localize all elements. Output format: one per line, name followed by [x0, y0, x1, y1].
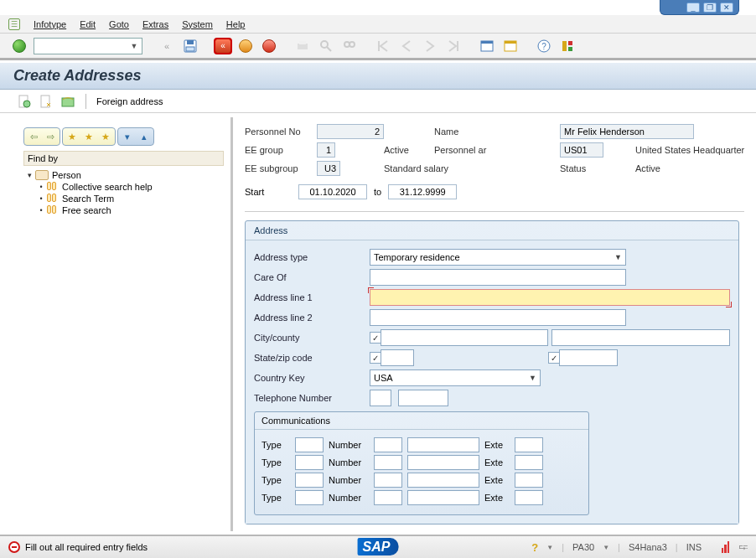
- comm-ext-input[interactable]: [515, 490, 543, 505]
- foreign-address-button[interactable]: Foreign address: [96, 96, 163, 106]
- cancel-button[interactable]: [260, 38, 278, 54]
- comm-row: TypeNumberExte: [261, 437, 582, 452]
- find-button[interactable]: [317, 38, 335, 54]
- separator: [245, 211, 744, 212]
- expand-all-button[interactable]: ▾: [120, 130, 135, 143]
- city-checkbox[interactable]: ✓: [370, 332, 381, 344]
- window-controls: _ ❐ ✕: [660, 0, 739, 15]
- comm-type-input[interactable]: [295, 473, 324, 488]
- county-input[interactable]: [551, 329, 730, 346]
- careof-input[interactable]: [370, 269, 626, 286]
- personnel-no-label: Personnel No: [245, 127, 317, 137]
- exit-button[interactable]: [236, 38, 255, 54]
- telephone-number-input[interactable]: [398, 390, 448, 406]
- prev-page-button[interactable]: [397, 38, 416, 54]
- error-icon: [8, 541, 20, 553]
- status-value: Active: [635, 163, 756, 173]
- state-input[interactable]: [381, 349, 414, 366]
- fav-add-button[interactable]: ★: [65, 130, 80, 143]
- comm-number-a-input[interactable]: [374, 437, 402, 452]
- tree-node-search-term[interactable]: • Search Term: [27, 193, 224, 204]
- zip-input[interactable]: [559, 349, 618, 366]
- to-label: to: [374, 187, 381, 197]
- new-session-button[interactable]: [478, 38, 496, 54]
- comm-number-a-input[interactable]: [374, 455, 402, 470]
- print-button[interactable]: [293, 38, 312, 54]
- page-first-icon: [376, 39, 390, 53]
- tree-node-free-search[interactable]: • Free search: [27, 204, 224, 216]
- app-btn-1[interactable]: [17, 94, 32, 109]
- comm-number-a-input[interactable]: [374, 490, 402, 505]
- help-button[interactable]: ?: [535, 38, 553, 54]
- window-maximize-button[interactable]: ❐: [703, 3, 717, 13]
- comm-type-input[interactable]: [295, 437, 324, 452]
- comm-ext-input[interactable]: [515, 437, 543, 452]
- menu-command-icon[interactable]: ☰: [8, 18, 20, 30]
- left-pane: ⇦ ⇨ ★ ★ ★ ▾ ▴ Find by ▾ Person: [0, 117, 233, 531]
- address-type-select[interactable]: Temporary residence ▼: [370, 249, 626, 266]
- comm-number-a-input[interactable]: [374, 473, 402, 488]
- comm-number-b-input[interactable]: [407, 455, 479, 470]
- app-btn-3[interactable]: [60, 94, 75, 109]
- status-dropdown-icon[interactable]: ▼: [546, 544, 553, 551]
- ee-group-text: Active: [384, 145, 434, 155]
- menu-system[interactable]: System: [182, 19, 213, 29]
- tree-node-person[interactable]: ▾ Person: [27, 169, 224, 181]
- back-button[interactable]: «: [215, 39, 231, 54]
- tcode-dropdown-icon[interactable]: ▼: [603, 544, 609, 551]
- app-btn-2[interactable]: [39, 94, 54, 109]
- comm-number-b-input[interactable]: [407, 473, 479, 488]
- end-date-input[interactable]: [388, 184, 457, 199]
- menu-extras[interactable]: Extras: [142, 19, 168, 29]
- state-checkbox[interactable]: ✓: [370, 352, 381, 364]
- comm-ext-input[interactable]: [515, 473, 543, 488]
- fav-button[interactable]: ★: [81, 130, 96, 143]
- first-page-button[interactable]: [374, 38, 392, 54]
- address-line2-input[interactable]: [370, 309, 626, 326]
- nav-forward-button[interactable]: ⇨: [43, 130, 58, 143]
- save-button[interactable]: [181, 38, 199, 54]
- last-page-button[interactable]: [444, 38, 463, 54]
- comm-type-input[interactable]: [295, 455, 324, 470]
- pers-area-text: United States Headquarter: [635, 145, 756, 155]
- zip-checkbox[interactable]: ✓: [548, 352, 560, 364]
- comm-type-input[interactable]: [295, 490, 324, 505]
- nav-back-button[interactable]: ⇦: [26, 130, 41, 143]
- comm-ext-input[interactable]: [515, 455, 543, 470]
- collapse-all-button[interactable]: ▴: [137, 130, 152, 143]
- svg-point-8: [350, 42, 355, 47]
- fav-remove-button[interactable]: ★: [98, 130, 113, 143]
- status-end-icon[interactable]: ⮓: [738, 542, 748, 552]
- object-tree: ▾ Person • Collective search help • Sear…: [27, 169, 224, 216]
- find-next-button[interactable]: [340, 38, 359, 54]
- city-input[interactable]: [381, 329, 548, 346]
- state-zip-label: State/zip code: [254, 353, 363, 363]
- menu-goto[interactable]: Goto: [109, 19, 129, 29]
- doc-new-icon: [18, 95, 31, 108]
- menu-edit[interactable]: Edit: [80, 19, 96, 29]
- command-field[interactable]: ▼: [34, 38, 142, 54]
- comm-number-b-input[interactable]: [407, 437, 479, 452]
- telephone-area-input[interactable]: [370, 390, 391, 406]
- menu-help[interactable]: Help: [226, 19, 246, 29]
- window-minimize-button[interactable]: _: [686, 3, 700, 13]
- svg-point-19: [23, 101, 30, 107]
- menu-infotype[interactable]: Infotype: [34, 19, 66, 29]
- comm-row: TypeNumberExte: [261, 473, 582, 488]
- create-shortcut-button[interactable]: [501, 38, 520, 54]
- window-close-button[interactable]: ✕: [720, 3, 733, 13]
- layout-menu-button[interactable]: [558, 38, 577, 54]
- next-page-button[interactable]: [421, 38, 439, 54]
- tree-node-collective-search[interactable]: • Collective search help: [27, 181, 224, 193]
- chevron-down-icon: ▼: [529, 374, 536, 382]
- address-line1-input[interactable]: [370, 289, 730, 306]
- start-date-input[interactable]: [298, 184, 367, 199]
- svg-rect-16: [568, 41, 572, 45]
- comm-row: TypeNumberExte: [261, 490, 582, 505]
- status-help-icon[interactable]: ?: [531, 541, 538, 554]
- country-key-select[interactable]: USA ▼: [370, 369, 541, 386]
- back-first-button[interactable]: «: [158, 38, 176, 54]
- enter-button[interactable]: [10, 38, 28, 54]
- find-by-header: Find by: [23, 151, 224, 166]
- comm-number-b-input[interactable]: [407, 490, 479, 505]
